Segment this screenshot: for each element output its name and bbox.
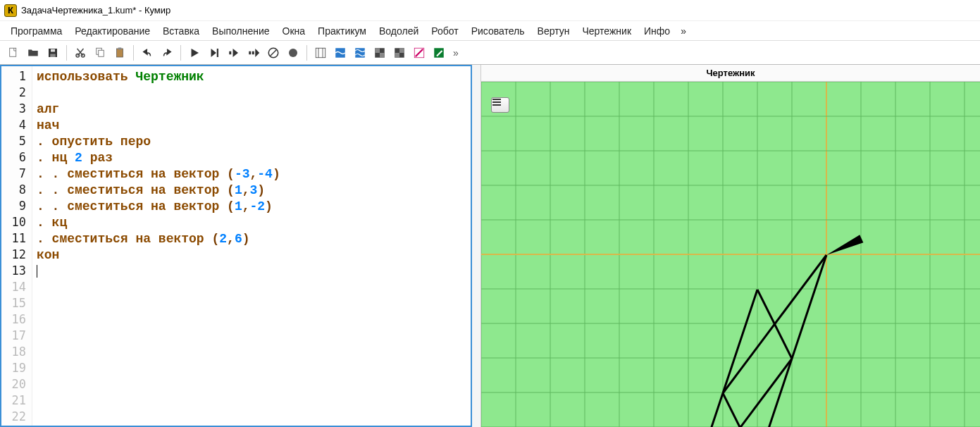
menu-more[interactable]: » — [676, 23, 690, 39]
copy-icon[interactable] — [91, 44, 109, 62]
module-drawer-icon[interactable] — [430, 44, 448, 62]
code-line[interactable]: . . сместиться на вектор (1,-2) — [37, 199, 471, 215]
run-step-icon[interactable] — [205, 44, 223, 62]
svg-point-24 — [289, 49, 297, 57]
drawer-canvas[interactable] — [481, 82, 980, 427]
svg-rect-9 — [99, 50, 104, 56]
line-number: 3 — [1, 101, 32, 118]
line-gutter: 12345678910111213141516171819202122 — [1, 66, 32, 426]
step-over-icon[interactable] — [244, 44, 263, 62]
module-1-icon[interactable] — [311, 44, 330, 62]
paste-icon[interactable] — [111, 44, 129, 62]
redo-icon[interactable] — [158, 44, 176, 62]
svg-rect-32 — [380, 53, 385, 58]
svg-marker-14 — [192, 49, 199, 57]
menu-программа[interactable]: Программа — [4, 23, 68, 39]
code-line[interactable]: . опустить перо — [37, 134, 471, 150]
menu-инфо[interactable]: Инфо — [638, 23, 676, 39]
svg-rect-25 — [316, 48, 325, 58]
pane-splitter[interactable] — [472, 65, 480, 427]
line-number: 8 — [1, 182, 32, 199]
line-number: 15 — [1, 296, 32, 312]
window-title: ЗадачаЧертежника_1.kum* - Кумир — [21, 5, 170, 16]
svg-rect-11 — [118, 47, 122, 49]
svg-rect-16 — [217, 49, 218, 57]
svg-line-70 — [688, 393, 723, 427]
app-icon: К — [4, 4, 17, 17]
pause-icon[interactable] — [284, 44, 302, 62]
menu-окна[interactable]: Окна — [276, 23, 312, 39]
svg-rect-0 — [10, 48, 16, 56]
svg-line-68 — [757, 290, 792, 359]
module-grid1-icon[interactable] — [371, 44, 389, 62]
save-file-icon[interactable] — [44, 44, 62, 62]
menu-рисователь[interactable]: Рисователь — [465, 23, 531, 39]
svg-line-23 — [271, 49, 277, 56]
svg-marker-15 — [211, 49, 217, 57]
menu-редактирование[interactable]: Редактирование — [68, 23, 156, 39]
new-file-icon[interactable] — [4, 44, 23, 62]
menu-выполнение[interactable]: Выполнение — [206, 23, 275, 39]
svg-line-67 — [723, 290, 757, 393]
svg-rect-20 — [252, 51, 254, 54]
menu-чертежник[interactable]: Чертежник — [576, 23, 638, 39]
menu-водолей[interactable]: Водолей — [373, 23, 425, 39]
svg-rect-31 — [375, 48, 380, 53]
code-line[interactable]: использовать Чертежник — [37, 69, 471, 85]
svg-rect-34 — [399, 48, 404, 53]
code-line[interactable]: нач — [37, 118, 471, 134]
svg-rect-35 — [395, 53, 399, 58]
module-painter-icon[interactable] — [410, 44, 428, 62]
svg-rect-19 — [249, 51, 251, 54]
line-number: 22 — [1, 409, 32, 426]
svg-rect-3 — [51, 49, 55, 51]
line-number: 19 — [1, 361, 32, 377]
code-line[interactable]: . сместиться на вектор (2,6) — [37, 231, 471, 247]
drawer-title: Чертежник — [481, 65, 980, 82]
line-number: 13 — [1, 264, 32, 280]
line-number: 10 — [1, 215, 32, 231]
module-robot-icon[interactable] — [351, 44, 369, 62]
code-line[interactable] — [37, 264, 471, 280]
titlebar: К ЗадачаЧертежника_1.kum* - Кумир — [0, 0, 980, 21]
line-number: 2 — [1, 85, 32, 101]
step-into-icon[interactable] — [225, 44, 243, 62]
cut-icon[interactable] — [71, 44, 89, 62]
line-number: 17 — [1, 328, 32, 345]
module-water-icon[interactable] — [331, 44, 349, 62]
open-file-icon[interactable] — [24, 44, 42, 62]
code-area[interactable]: использовать Чертежникалгнач. опустить п… — [32, 66, 471, 426]
line-number: 7 — [1, 166, 32, 182]
code-line[interactable]: . кц — [37, 215, 471, 231]
editor-pane[interactable]: 12345678910111213141516171819202122 испо… — [0, 65, 472, 427]
code-line[interactable]: . . сместиться на вектор (-3,-4) — [37, 166, 471, 182]
code-line[interactable]: кон — [37, 247, 471, 264]
module-grid2-icon[interactable] — [390, 44, 409, 62]
svg-rect-10 — [117, 49, 123, 57]
line-number: 6 — [1, 150, 32, 166]
menu-вставка[interactable]: Вставка — [156, 23, 206, 39]
run-icon[interactable] — [185, 44, 204, 62]
line-number: 20 — [1, 377, 32, 393]
undo-icon[interactable] — [138, 44, 156, 62]
code-line[interactable] — [37, 85, 471, 101]
canvas-menu-button[interactable] — [491, 97, 509, 113]
menubar: ПрограммаРедактированиеВставкаВыполнение… — [0, 21, 980, 41]
drawer-pane: Чертежник — [480, 65, 980, 427]
svg-marker-73 — [826, 235, 863, 255]
toolbar-more[interactable]: » — [449, 47, 462, 58]
code-line[interactable]: . нц 2 раз — [37, 150, 471, 166]
menu-робот[interactable]: Робот — [425, 23, 464, 39]
line-number: 9 — [1, 199, 32, 215]
line-number: 4 — [1, 118, 32, 134]
code-line[interactable]: . . сместиться на вектор (1,3) — [37, 182, 471, 199]
menu-вертун[interactable]: Вертун — [531, 23, 576, 39]
line-number: 1 — [1, 69, 32, 85]
code-line[interactable]: алг — [37, 101, 471, 118]
stop-icon[interactable] — [264, 44, 283, 62]
menu-практикум[interactable]: Практикум — [311, 23, 373, 39]
line-number: 18 — [1, 345, 32, 361]
svg-rect-2 — [50, 54, 56, 57]
line-number: 21 — [1, 393, 32, 409]
line-number: 11 — [1, 231, 32, 247]
